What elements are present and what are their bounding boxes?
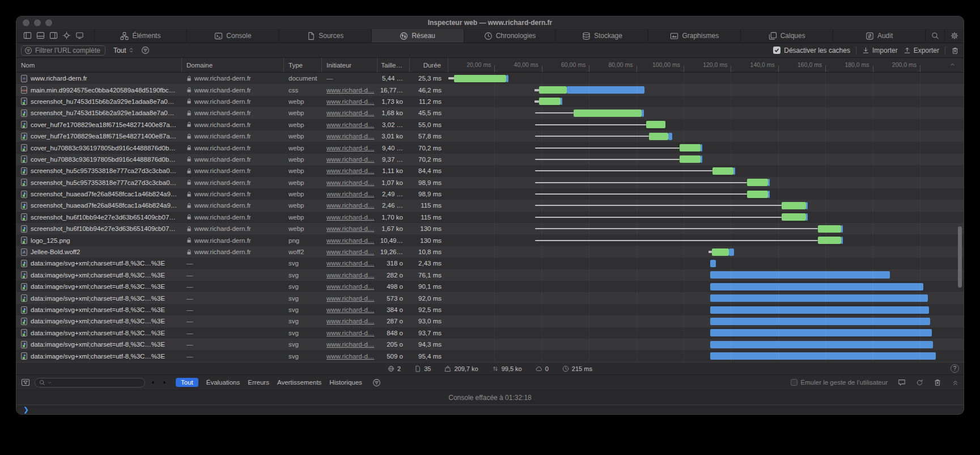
- clear-console-button[interactable]: [916, 379, 923, 386]
- clear-network-items-button[interactable]: [951, 47, 959, 54]
- network-request-row[interactable]: data:image/svg+xml;charset=utf-8,%3C…%3E…: [16, 339, 964, 350]
- console-scope-historiques[interactable]: Historiques: [329, 379, 362, 386]
- initiator-link[interactable]: www.richard-d…: [326, 179, 374, 186]
- tab-calques[interactable]: Calques: [740, 29, 833, 43]
- network-request-row[interactable]: screenshot_hu5c957353818e777ca27d3c3cba0…: [16, 177, 964, 188]
- tab-éléments[interactable]: Éléments: [94, 29, 186, 43]
- console-scope-erreurs[interactable]: Erreurs: [248, 379, 269, 386]
- column-header-initiateur[interactable]: Initiateur: [322, 58, 377, 72]
- element-picker-button[interactable]: [61, 31, 72, 41]
- help-button[interactable]: ?: [951, 364, 959, 373]
- tab-sources[interactable]: Sources: [279, 29, 371, 43]
- zoom-button[interactable]: [45, 19, 52, 26]
- initiator-link[interactable]: www.richard-d…: [326, 283, 374, 290]
- console-search-input[interactable]: [35, 378, 145, 387]
- initiator-link[interactable]: www.richard-d…: [326, 341, 374, 348]
- url-filter-input[interactable]: Filtrer l’URL complète: [21, 45, 105, 56]
- initiator-link[interactable]: www.richard-d…: [326, 306, 374, 313]
- filter-options-button[interactable]: [141, 46, 150, 54]
- column-header-nom[interactable]: Nom: [16, 58, 182, 72]
- network-request-row[interactable]: Jellee-Bold.woff2www.richard-dern.frwoff…: [16, 246, 964, 258]
- tab-chronologies[interactable]: Chronologies: [464, 29, 556, 43]
- device-button[interactable]: [74, 31, 85, 41]
- initiator-link[interactable]: www.richard-d…: [326, 156, 374, 163]
- scroll-to-top-button[interactable]: [949, 61, 956, 69]
- network-request-row[interactable]: cover_huf7e1708829ea18f6715e48271400e87a…: [16, 130, 964, 142]
- network-request-row[interactable]: screenshot_hu7453d15b6b2a929e1adaa8e7a06…: [16, 107, 964, 119]
- initiator-link[interactable]: www.richard-d…: [326, 191, 374, 197]
- initiator-link[interactable]: www.richard-d…: [326, 260, 374, 267]
- export-button[interactable]: Exporter: [903, 47, 939, 54]
- network-request-row[interactable]: logo_125.pngwww.richard-dern.frpngwww.ri…: [16, 234, 964, 246]
- disable-caches-checkbox[interactable]: Désactiver les caches: [773, 47, 850, 54]
- dock-bottom-button[interactable]: [35, 31, 46, 41]
- previous-result-button[interactable]: [150, 379, 156, 386]
- console-prompt-row[interactable]: ❯: [16, 405, 964, 414]
- dock-right-button[interactable]: [48, 31, 59, 41]
- settings-button[interactable]: [944, 29, 964, 43]
- collapse-console-button[interactable]: [952, 379, 959, 386]
- network-request-row[interactable]: data:image/svg+xml;charset=utf-8,%3C…%3E…: [16, 350, 964, 361]
- trash-icon[interactable]: [934, 378, 941, 386]
- network-request-row[interactable]: data:image/svg+xml;charset=utf-8,%3C…%3E…: [16, 304, 964, 315]
- network-request-row[interactable]: screenshot_hu6f10bb94e27e3d63b651409cb07…: [16, 223, 964, 234]
- network-request-row[interactable]: cover_hu70883c936197805bd916c4488876d0b0…: [16, 154, 964, 165]
- tab-stockage[interactable]: Stockage: [555, 29, 648, 43]
- initiator-link[interactable]: www.richard-d…: [326, 109, 374, 116]
- network-request-row[interactable]: cover_huf7e1708829ea18f6715e48271400e87a…: [16, 119, 964, 130]
- tab-graphismes[interactable]: Graphismes: [648, 29, 740, 43]
- close-button[interactable]: [23, 19, 29, 26]
- initiator-link[interactable]: www.richard-d…: [326, 225, 374, 232]
- column-header-taille[interactable]: Taille…: [377, 58, 410, 72]
- vertical-scrollbar-thumb[interactable]: [958, 226, 962, 288]
- console-scope-évaluations[interactable]: Évaluations: [206, 379, 240, 386]
- network-request-row[interactable]: screenshot_hu7453d15b6b2a929e1adaa8e7a06…: [16, 96, 964, 107]
- emulate-user-gesture-checkbox[interactable]: Émuler le geste de l’utilisateur: [791, 379, 888, 386]
- network-request-row[interactable]: main.min.d9924575ec0bba420589a48d5190fbc…: [16, 84, 964, 95]
- initiator-link[interactable]: www.richard-d…: [326, 145, 374, 151]
- initiator-link[interactable]: www.richard-d…: [326, 295, 374, 302]
- network-request-row[interactable]: screenshot_huaead7fe26a8458fcac1a46b824a…: [16, 188, 964, 200]
- network-request-row[interactable]: www.richard-dern.frwww.richard-dern.frdo…: [16, 73, 964, 84]
- initiator-link[interactable]: www.richard-d…: [326, 87, 374, 94]
- resource-type-select[interactable]: Tout: [113, 47, 134, 54]
- search-button[interactable]: [925, 29, 944, 43]
- console-scope-avertissements[interactable]: Avertissements: [277, 379, 321, 386]
- tab-réseau[interactable]: Réseau: [371, 29, 464, 43]
- network-request-row[interactable]: cover_hu70883c936197805bd916c4488876d0b0…: [16, 142, 964, 153]
- network-request-row[interactable]: data:image/svg+xml;charset=utf-8,%3C…%3E…: [16, 258, 964, 269]
- network-request-row[interactable]: screenshot_hu6f10bb94e27e3d63b651409cb07…: [16, 212, 964, 223]
- dock-left-button[interactable]: [22, 31, 33, 41]
- network-request-row[interactable]: data:image/svg+xml;charset=utf-8,%3C…%3E…: [16, 281, 964, 292]
- title-bar[interactable]: Inspecteur web — www.richard-dern.fr: [16, 16, 964, 29]
- initiator-link[interactable]: www.richard-d…: [326, 330, 374, 336]
- network-request-row[interactable]: screenshot_huaead7fe26a8458fcac1a46b824a…: [16, 200, 964, 211]
- network-request-row[interactable]: screenshot_hu5c957353818e777ca27d3c3cba0…: [16, 165, 964, 176]
- column-header-type[interactable]: Type: [284, 58, 322, 72]
- initiator-link[interactable]: www.richard-d…: [326, 248, 374, 255]
- initiator-link[interactable]: www.richard-d…: [326, 214, 374, 221]
- console-scope-tout[interactable]: Tout: [176, 378, 198, 387]
- initiator-link[interactable]: www.richard-d…: [326, 167, 374, 174]
- network-request-row[interactable]: data:image/svg+xml;charset=utf-8,%3C…%3E…: [16, 315, 964, 327]
- tab-audit[interactable]: Audit: [833, 29, 925, 43]
- initiator-link[interactable]: www.richard-d…: [326, 121, 374, 128]
- initiator-link[interactable]: www.richard-d…: [326, 237, 374, 244]
- network-request-row[interactable]: data:image/svg+xml;charset=utf-8,%3C…%3E…: [16, 269, 964, 281]
- network-request-row[interactable]: data:image/svg+xml;charset=utf-8,%3C…%3E…: [16, 327, 964, 339]
- initiator-link[interactable]: www.richard-d…: [326, 133, 374, 140]
- tab-console[interactable]: Console: [186, 29, 279, 43]
- initiator-link[interactable]: www.richard-d…: [326, 318, 374, 325]
- console-messages-button[interactable]: [898, 378, 906, 386]
- minimize-button[interactable]: [34, 19, 41, 26]
- column-header-domaine[interactable]: Domaine: [182, 58, 284, 72]
- network-request-row[interactable]: data:image/svg+xml;charset=utf-8,%3C…%3E…: [16, 292, 964, 304]
- import-button[interactable]: Importer: [862, 47, 898, 54]
- initiator-link[interactable]: www.richard-d…: [326, 353, 374, 360]
- initiator-link[interactable]: www.richard-d…: [326, 272, 374, 279]
- next-result-button[interactable]: [161, 379, 168, 386]
- console-options-button[interactable]: [372, 378, 381, 387]
- initiator-link[interactable]: www.richard-d…: [326, 202, 374, 209]
- initiator-link[interactable]: www.richard-d…: [326, 98, 374, 105]
- column-header-duree[interactable]: Durée: [410, 58, 448, 72]
